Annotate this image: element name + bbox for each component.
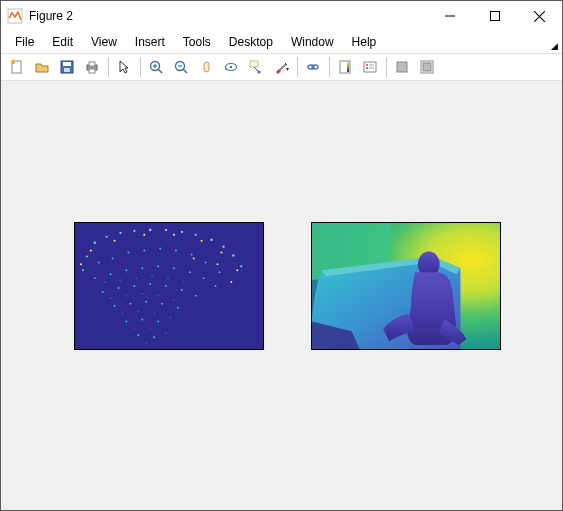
svg-point-56 xyxy=(143,234,145,236)
svg-text:▾: ▾ xyxy=(286,66,289,72)
brush-button[interactable]: ▾ xyxy=(269,55,293,79)
svg-point-115 xyxy=(169,317,171,319)
svg-point-72 xyxy=(191,254,193,256)
menu-edit[interactable]: Edit xyxy=(44,33,81,51)
svg-point-92 xyxy=(129,303,131,305)
svg-point-103 xyxy=(135,277,137,279)
show-plot-tools-button[interactable] xyxy=(415,55,439,79)
svg-point-67 xyxy=(112,257,114,259)
svg-rect-12 xyxy=(89,62,95,66)
svg-point-101 xyxy=(104,281,106,283)
svg-point-70 xyxy=(159,248,161,250)
svg-point-91 xyxy=(114,305,116,307)
svg-point-69 xyxy=(143,250,145,252)
data-cursor-button[interactable] xyxy=(244,55,268,79)
svg-point-77 xyxy=(125,269,127,271)
svg-point-61 xyxy=(90,249,92,251)
svg-point-105 xyxy=(167,277,169,279)
svg-point-100 xyxy=(153,336,155,338)
svg-point-98 xyxy=(157,320,159,322)
svg-point-65 xyxy=(230,281,232,283)
svg-point-43 xyxy=(119,232,121,234)
svg-point-111 xyxy=(173,299,175,301)
window-title: Figure 2 xyxy=(29,9,427,23)
svg-point-42 xyxy=(106,236,108,238)
menu-tools[interactable]: Tools xyxy=(175,33,219,51)
new-figure-button[interactable]: ✦ xyxy=(5,55,29,79)
svg-point-94 xyxy=(161,303,163,305)
dock-arrow-icon[interactable]: ◢ xyxy=(551,41,558,51)
svg-point-88 xyxy=(165,285,167,287)
svg-point-55 xyxy=(113,240,115,242)
svg-rect-10 xyxy=(64,68,70,72)
toolbar: ✦ ▾ xyxy=(1,53,562,81)
svg-point-50 xyxy=(222,245,224,247)
svg-point-80 xyxy=(173,267,175,269)
svg-point-112 xyxy=(122,313,124,315)
rotate-3d-button[interactable] xyxy=(219,55,243,79)
menu-window[interactable]: Window xyxy=(283,33,342,51)
svg-point-45 xyxy=(149,229,152,232)
svg-point-85 xyxy=(118,287,120,289)
zoom-out-button[interactable] xyxy=(169,55,193,79)
svg-point-109 xyxy=(141,293,143,295)
svg-point-96 xyxy=(125,320,127,322)
toolbar-separator xyxy=(140,57,141,77)
svg-point-44 xyxy=(133,230,135,232)
svg-rect-13 xyxy=(89,69,95,73)
svg-point-113 xyxy=(137,311,139,313)
menu-file[interactable]: File xyxy=(7,33,42,51)
svg-point-29 xyxy=(312,65,318,69)
svg-point-83 xyxy=(215,285,217,287)
svg-point-106 xyxy=(183,281,185,283)
toolbar-separator xyxy=(297,57,298,77)
svg-rect-2 xyxy=(490,12,499,21)
svg-point-99 xyxy=(137,334,139,336)
svg-point-48 xyxy=(195,234,197,236)
menu-help[interactable]: Help xyxy=(344,33,385,51)
save-button[interactable] xyxy=(55,55,79,79)
figure-canvas[interactable] xyxy=(1,81,562,510)
svg-rect-9 xyxy=(63,62,71,66)
svg-point-95 xyxy=(177,307,179,309)
hide-plot-tools-button[interactable] xyxy=(390,55,414,79)
svg-point-119 xyxy=(145,342,147,344)
close-button[interactable] xyxy=(517,1,562,31)
svg-point-82 xyxy=(203,277,205,279)
svg-point-110 xyxy=(157,295,159,297)
svg-point-62 xyxy=(80,263,82,265)
svg-point-104 xyxy=(151,275,153,277)
minimize-button[interactable] xyxy=(427,1,472,31)
svg-point-49 xyxy=(210,238,213,241)
axes-left[interactable] xyxy=(74,222,264,350)
legend-button[interactable] xyxy=(358,55,382,79)
svg-rect-31 xyxy=(347,62,349,72)
svg-line-24 xyxy=(254,67,258,71)
svg-point-73 xyxy=(205,261,207,263)
menu-desktop[interactable]: Desktop xyxy=(221,33,281,51)
menu-view[interactable]: View xyxy=(83,33,125,51)
svg-point-107 xyxy=(110,297,112,299)
zoom-in-button[interactable] xyxy=(144,55,168,79)
svg-point-78 xyxy=(141,267,143,269)
menu-insert[interactable]: Insert xyxy=(127,33,173,51)
svg-point-117 xyxy=(149,328,151,330)
print-button[interactable] xyxy=(80,55,104,79)
svg-point-97 xyxy=(141,318,143,320)
svg-point-74 xyxy=(218,271,220,273)
svg-point-108 xyxy=(126,295,128,297)
maximize-button[interactable] xyxy=(472,1,517,31)
open-button[interactable] xyxy=(30,55,54,79)
svg-point-93 xyxy=(145,301,147,303)
svg-point-54 xyxy=(82,269,84,271)
colorbar-button[interactable] xyxy=(333,55,357,79)
svg-point-75 xyxy=(94,277,96,279)
svg-point-51 xyxy=(232,254,234,256)
title-bar: Figure 2 xyxy=(1,1,562,31)
pan-button[interactable] xyxy=(194,55,218,79)
link-button[interactable] xyxy=(301,55,325,79)
toolbar-separator xyxy=(329,57,330,77)
pointer-button[interactable] xyxy=(112,55,136,79)
svg-point-90 xyxy=(195,295,197,297)
axes-right[interactable] xyxy=(311,222,501,350)
